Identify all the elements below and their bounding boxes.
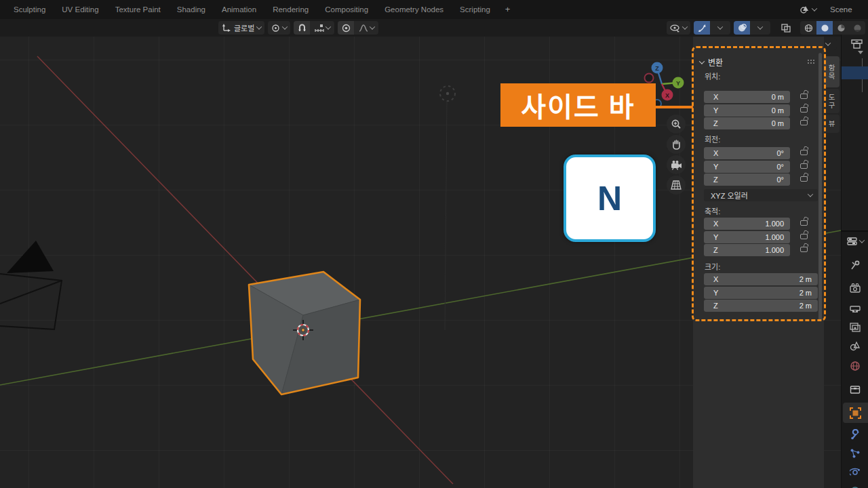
tab-scene-properties[interactable] [850,341,861,354]
gizmos-toggle-button[interactable] [694,21,710,35]
properties-editor [841,230,868,488]
modifiers-icon [850,429,861,440]
tab-geometry-nodes[interactable]: Geometry Nodes [376,0,452,19]
pivot-point-dropdown[interactable] [268,21,290,35]
tab-tool-properties[interactable] [850,260,861,274]
dimensions-y-field[interactable]: Y 2 m [704,287,818,299]
wireframe-shading-button[interactable] [800,21,816,35]
tab-view-layer-properties[interactable] [850,323,861,336]
lock-open-icon[interactable] [800,176,808,182]
falloff-dropdown[interactable] [354,21,378,35]
scale-x-field[interactable]: X 1.000 [704,218,790,230]
scale-y-field[interactable]: Y 1.000 [704,231,790,243]
tab-world-properties[interactable] [850,361,861,374]
tab-render-properties[interactable] [850,283,861,296]
tab-constraint-properties[interactable] [850,483,861,488]
gizmos-dropdown[interactable] [710,21,730,35]
overlays-toggle-button[interactable] [734,21,750,35]
solid-shading-button[interactable] [816,21,833,35]
workspace-tabs: Sculpting UV Editing Texture Paint Shadi… [0,0,517,19]
lock-open-icon[interactable] [800,163,808,169]
drag-handle-icon[interactable] [807,59,815,64]
outliner-filter-button[interactable] [851,39,863,52]
orthographic-toggle-button[interactable] [667,176,686,195]
dimensions-z-field[interactable]: Z 2 m [704,300,818,312]
tab-texture-paint[interactable]: Texture Paint [107,0,169,19]
pivot-point-icon [271,24,280,33]
dimensions-x-field[interactable]: X 2 m [704,273,818,285]
tab-sculpting[interactable]: Sculpting [5,0,54,19]
outliner-selected-row[interactable] [842,66,868,79]
add-workspace-button[interactable]: + [498,0,517,19]
location-y-field[interactable]: Y 0 m [704,104,790,117]
axis-value: 2 m [800,275,812,283]
sidebar-tab-label: 뷰 [827,120,837,128]
rotation-z-field[interactable]: Z 0° [704,174,790,186]
lock-open-icon[interactable] [800,220,808,226]
tab-modifier-properties[interactable] [850,429,861,443]
xray-toggle-button[interactable] [778,21,794,35]
lock-open-icon[interactable] [800,234,808,239]
properties-display-dropdown[interactable] [847,237,864,245]
scale-z-field[interactable]: Z 1.000 [704,244,790,256]
pan-hand-icon [671,139,682,150]
rotation-mode-dropdown[interactable]: XYZ 오일러 [704,189,818,201]
rotation-mode-value: XYZ 오일러 [711,190,748,201]
falloff-curve-icon [359,24,368,32]
pan-button[interactable] [667,135,686,154]
location-z-field[interactable]: Z 0 m [704,117,790,129]
scene-selector-button[interactable] [797,3,819,16]
snap-target-dropdown[interactable] [310,21,334,35]
axis-value: 0° [776,163,784,171]
sidebar-tab-item[interactable]: 항목 [824,56,840,87]
chevron-down-icon [282,24,288,29]
tab-shading[interactable]: Shading [169,0,214,19]
overlays-toggle-icon [738,24,747,33]
transform-orientation-dropdown[interactable]: 글로벌 [218,21,264,35]
transform-panel-header[interactable]: 변환 [700,56,723,68]
tab-scripting[interactable]: Scripting [452,0,498,19]
sidebar-tab-view[interactable]: 뷰 [824,115,840,133]
world-icon [850,361,861,371]
tab-output-properties[interactable] [850,304,861,316]
sidebar-tab-tool[interactable]: 도구 [824,89,840,113]
snap-toggle-button[interactable] [294,21,310,35]
tab-uv-editing[interactable]: UV Editing [54,0,106,19]
tab-physics-properties[interactable] [850,467,861,481]
overlays-dropdown[interactable] [750,21,770,35]
camera-view-icon [671,160,682,170]
tab-particle-properties[interactable] [850,448,861,462]
tab-animation[interactable]: Animation [214,0,264,19]
chevron-down-icon [812,5,817,11]
location-x-field[interactable]: X 0 m [704,91,790,103]
scene-name-field[interactable]: Scene [823,3,863,16]
rotation-x-field[interactable]: X 0° [704,147,790,159]
tab-compositing[interactable]: Compositing [317,0,376,19]
show-object-types-dropdown[interactable] [667,21,690,35]
axis-value: 0° [776,176,784,184]
axis-label: Y [713,233,718,241]
dimensions-section-label: 크기: [705,261,720,272]
tab-rendering[interactable]: Rendering [264,0,317,19]
sidebar-scrollbar[interactable] [818,53,822,321]
camera-view-button[interactable] [667,155,686,174]
rotation-y-field[interactable]: Y 0° [704,161,790,173]
tab-object-properties[interactable] [850,407,861,422]
axis-label: Y [713,289,718,297]
rendered-shading-button[interactable] [849,21,865,35]
lock-open-icon[interactable] [800,107,808,113]
tab-collection-properties[interactable] [850,385,861,397]
lock-open-icon[interactable] [800,120,808,125]
proportional-editing-button[interactable] [338,21,354,35]
lock-open-icon[interactable] [800,94,808,99]
axis-value: 2 m [800,289,812,297]
chevron-down-icon [859,237,865,243]
chevron-down-icon [682,24,688,29]
zoom-button[interactable] [667,115,686,134]
lock-open-icon[interactable] [800,247,808,252]
outliner-expand-icon[interactable] [858,51,863,54]
lock-open-icon[interactable] [800,150,808,155]
material-shading-button[interactable] [833,21,849,35]
axis-label: X [713,220,718,228]
show-object-types-icon [670,24,680,33]
